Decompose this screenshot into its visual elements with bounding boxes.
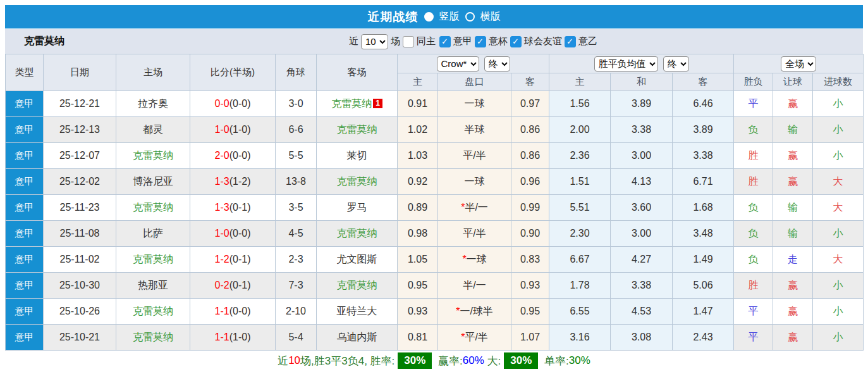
league-cell: 意甲 (6, 247, 44, 273)
draw-odds: 3.38 (632, 280, 651, 290)
col-header-away: 客场 (317, 54, 398, 91)
corner-count: 2-10 (286, 306, 306, 316)
league-cell: 意甲 (6, 117, 44, 143)
odds-time-select[interactable]: 终 (663, 56, 689, 72)
col-header-odds-away: 客 (673, 73, 734, 91)
vertical-layout-label[interactable]: 竖版 (439, 10, 460, 23)
odds-home-cell: 1.51 (549, 169, 611, 195)
date-cell: 25-10-21 (44, 325, 116, 351)
ah-away-odds: 0.86 (520, 124, 540, 135)
away-win-odds: 3.48 (693, 228, 712, 239)
match-date: 25-11-02 (60, 254, 100, 265)
away-win-odds: 6.46 (693, 98, 712, 109)
filter-controls: 近 10 场 同主 意甲 意杯 球会友谊 意乙 (349, 34, 597, 49)
home-team-name: 克雷莫纳 (133, 202, 173, 213)
odds-home-cell: 2.36 (549, 143, 611, 169)
odds-home-cell: 5.51 (549, 195, 611, 221)
goals-cell: 大 (813, 195, 864, 221)
table-row: 意甲25-10-30热那亚0-2(0-1)7-3克雷莫纳0.95半/一0.931… (6, 273, 864, 299)
corner-count: 3-5 (288, 202, 303, 213)
ah-home-odds: 0.92 (408, 176, 427, 187)
handicap-result: 输 (788, 228, 798, 239)
ah-home-odds: 1.02 (408, 124, 427, 135)
away-team-name: 克雷莫纳 (337, 176, 377, 187)
league-label-serie-a[interactable]: 意甲 (453, 35, 472, 47)
draw-odds: 4.13 (632, 176, 651, 187)
full-time-score: 1-3 (215, 176, 229, 187)
match-result: 平 (749, 306, 759, 316)
odds-away-cell: 3.89 (673, 117, 734, 143)
league-cell: 意甲 (6, 273, 44, 299)
handicap-result-cell: 赢 (773, 143, 813, 169)
ah-home-odds: 0.98 (408, 228, 427, 239)
ah-time-select[interactable]: 终 (484, 56, 510, 72)
scope-select[interactable]: 全场 (781, 56, 816, 72)
home-team-cell: 拉齐奥 (116, 91, 190, 117)
summary-footer: 近10场,胜3平3负4, 胜率:30% 赢率:60% 大:30% 单率:30% (5, 351, 863, 371)
league-label-serie-b[interactable]: 意乙 (578, 35, 597, 47)
footer-count-value: 10 (288, 354, 300, 367)
col-header-ah-home: 主 (398, 73, 438, 91)
ah-away-odds-cell: 0.95 (511, 299, 549, 325)
score-cell: 1-3(0-1) (190, 195, 276, 221)
odds-draw-cell: 4.13 (611, 169, 673, 195)
odds-type-select[interactable]: 胜平负均值 (594, 56, 658, 72)
away-win-odds: 2.43 (693, 332, 712, 342)
handicap-cell: 平/半 (438, 221, 511, 247)
odds-draw-cell: 3.89 (611, 91, 673, 117)
full-time-score: 0-0 (215, 98, 229, 109)
league-label-club-friendly[interactable]: 球会友谊 (524, 35, 562, 47)
league-checkbox-coppa-italia[interactable] (475, 36, 486, 47)
draw-odds: 3.89 (632, 98, 651, 109)
odds-away-cell: 5.06 (673, 273, 734, 299)
goals-cell: 大 (813, 247, 864, 273)
ah-home-odds-cell: 0.93 (398, 299, 438, 325)
result-cell: 胜 (734, 143, 773, 169)
same-home-checkbox[interactable] (403, 36, 414, 47)
ah-company-select[interactable]: Crow* (437, 56, 479, 72)
corner-count: 6-6 (288, 124, 303, 135)
league-label: 意甲 (15, 332, 34, 342)
ah-win-rate-value: 60% (463, 354, 484, 367)
table-row: 意甲25-10-21克雷莫纳1-1(1-0)5-4乌迪内斯0.81*平/半1.0… (6, 325, 864, 351)
horizontal-layout-radio[interactable] (465, 12, 475, 22)
score-cell: 0-0(0-0) (190, 91, 276, 117)
odds-draw-cell: 3.38 (611, 117, 673, 143)
half-time-score: (0-0) (229, 228, 251, 239)
ah-away-odds: 0.93 (520, 280, 540, 290)
same-home-label[interactable]: 同主 (417, 35, 436, 47)
home-team-cell: 克雷莫纳 (116, 247, 190, 273)
ah-away-odds-cell: 0.93 (511, 273, 549, 299)
league-checkbox-serie-b[interactable] (565, 36, 576, 47)
col-header-corner: 角球 (276, 54, 317, 91)
recent-results-panel: 近期战绩 竖版 横版 克雷莫纳 近 10 场 同主 意甲 意杯 球会友谊 意乙 (0, 0, 868, 374)
ah-away-odds-cell: 1.07 (511, 325, 549, 351)
handicap-result-cell: 走 (773, 247, 813, 273)
near-count-select[interactable]: 10 (361, 34, 388, 49)
handicap-name: 平/半 (463, 228, 486, 239)
ah-home-odds: 1.05 (408, 254, 427, 265)
result-cell: 胜 (734, 273, 773, 299)
ah-away-odds-cell: 0.97 (511, 91, 549, 117)
league-label-coppa-italia[interactable]: 意杯 (489, 35, 508, 47)
handicap-cell: 半球 (438, 117, 511, 143)
odds-away-cell: 3.48 (673, 221, 734, 247)
corner-cell: 6-6 (276, 117, 317, 143)
home-team-cell: 克雷莫纳 (116, 299, 190, 325)
goals-result: 小 (833, 228, 843, 239)
handicap-result-cell: 输 (773, 117, 813, 143)
handicap-result-cell: 输 (773, 195, 813, 221)
full-time-score: 1-0 (215, 228, 229, 239)
vertical-layout-radio[interactable] (424, 12, 434, 22)
panel-title: 近期战绩 (368, 9, 419, 25)
league-checkbox-club-friendly[interactable] (510, 36, 522, 47)
league-cell: 意甲 (6, 299, 44, 325)
handicap-result: 赢 (788, 98, 798, 109)
horizontal-layout-label[interactable]: 横版 (480, 10, 501, 23)
full-time-score: 1-3 (215, 202, 229, 213)
goals-cell: 小 (813, 143, 864, 169)
league-checkbox-serie-a[interactable] (439, 36, 451, 47)
handicap-result-cell: 赢 (773, 273, 813, 299)
home-team-cell: 热那亚 (116, 273, 190, 299)
away-win-odds: 5.06 (693, 280, 712, 290)
